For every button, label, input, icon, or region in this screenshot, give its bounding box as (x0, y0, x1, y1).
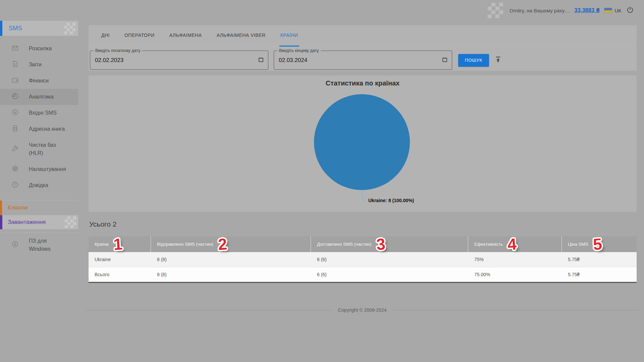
sidebar-item-label: Чистка баз (HLR) (29, 141, 68, 157)
calendar-icon[interactable] (442, 57, 448, 64)
svg-text:?: ? (14, 183, 16, 187)
date-filters: Введіть початкову дату 02.02.2023 Введіт… (89, 51, 637, 70)
footer: Copyright © 2008-2024 (86, 306, 639, 314)
annotation-1: 1 (113, 238, 122, 251)
power-icon (626, 6, 634, 15)
cell-price: 5.75₴ (562, 267, 637, 282)
language-selector[interactable]: UK (614, 8, 622, 13)
pie-leader-line (362, 190, 366, 200)
sidebar-item-finansy[interactable]: Фінанси (0, 73, 78, 89)
cell-country: Всього (89, 267, 151, 282)
column-label: Відправлено SMS (частин) (157, 242, 213, 247)
column-label: Ефективність (474, 242, 503, 247)
cell-efficiency: 75% (468, 252, 562, 267)
sidebar-item-label: Адресна книга (29, 125, 68, 133)
table-row-ukraine: Ukraine 8 (8) 6 (6) 75% 5.75₴ (89, 252, 637, 267)
tab-krainy[interactable]: КРАЇНИ (279, 25, 299, 47)
pie-slice-ukraine[interactable] (314, 94, 410, 190)
sidebar-item-analityka[interactable]: Аналітика (0, 89, 78, 105)
cell-price: 5.75₴ (562, 252, 637, 267)
tab-operatory[interactable]: ОПЕРАТОРИ (123, 25, 156, 47)
cell-country: Ukraine (89, 252, 151, 267)
pixel-decoration (65, 217, 76, 228)
cell-efficiency: 75.00% (468, 267, 562, 282)
column-label: Країна (95, 242, 109, 247)
column-label: Ціна SMS (568, 242, 588, 247)
pixel-decoration (488, 3, 503, 18)
table-row-total: Всього 8 (8) 6 (6) 75.00% 5.75₴ (89, 267, 637, 282)
chart-title: Статистика по країнах (89, 75, 637, 87)
table-header-row: Країна 1 Відправлено SMS (частин) 2 Дост… (89, 236, 637, 252)
sidebar-menu: Розсилка Звіти Фінанси Аналітика (0, 41, 78, 257)
sidebar-item-windows-app[interactable]: ПЗ для Windows (0, 233, 78, 257)
pixel-decoration (64, 23, 75, 34)
balance-link[interactable]: 33,3883 ₴ (575, 7, 600, 13)
sidebar-item-clients[interactable]: Клієнти (0, 200, 78, 215)
calendar-icon[interactable] (258, 57, 264, 64)
tab-alfaimena[interactable]: АЛЬФАІМЕНА (168, 25, 203, 47)
sidebar-item-label: Завантаження (8, 219, 46, 226)
export-button[interactable] (494, 56, 502, 64)
help-icon: ? (11, 181, 19, 190)
user-balance-label: Dmitry, на Вашому раху… (510, 8, 570, 13)
sidebar-item-label: Розсилка (29, 45, 68, 53)
sidebar-item-nalashtuvannia[interactable]: Налаштування (0, 161, 78, 177)
address-book-icon (11, 125, 19, 133)
sidebar-item-vhidni-sms[interactable]: Вхідні SMS (0, 105, 78, 121)
sidebar-brand-sms[interactable]: SMS (0, 21, 78, 36)
analytics-tabs: ДНІ ОПЕРАТОРИ АЛЬФАІМЕНА АЛЬФАІМЕНА VIBE… (89, 25, 637, 47)
pie-chart-icon (11, 93, 19, 101)
sidebar-item-adresna-knyha[interactable]: Адресна книга (0, 121, 78, 137)
sidebar-item-label: Довідка (29, 181, 68, 189)
sidebar-windows-section: ПЗ для Windows (0, 233, 78, 257)
column-header-sent: Відправлено SMS (частин) 2 (151, 236, 311, 252)
search-button[interactable]: ПОШУК (458, 54, 489, 67)
sidebar-item-rozsylka[interactable]: Розсилка (0, 41, 78, 57)
filters-card: ДНІ ОПЕРАТОРИ АЛЬФАІМЕНА АЛЬФАІМЕНА VIBE… (89, 25, 637, 71)
chart-card: Статистика по країнах Ukraine: 8 (100.00… (89, 75, 637, 212)
sidebar-item-label: Фінанси (29, 77, 68, 85)
column-header-country: Країна 1 (89, 236, 151, 252)
sidebar-item-label: Аналітика (29, 93, 68, 101)
brand-label: SMS (9, 25, 22, 32)
sidebar-item-label: Вхідні SMS (29, 109, 68, 117)
start-date-value: 02.02.2023 (95, 57, 123, 64)
annotation-3: 3 (376, 238, 385, 251)
sidebar-item-label: Звіти (29, 61, 68, 69)
annotation-5: 5 (593, 238, 602, 251)
wrench-icon (11, 145, 19, 154)
total-count-label: Усього 2 (89, 220, 116, 228)
pie-slice-label: Ukraine: 8 (100.00%) (368, 198, 414, 203)
end-date-label: Введіть кінцеву дату (277, 48, 321, 53)
top-bar: Dmitry, на Вашому раху… 33,3883 ₴ UK (0, 0, 644, 21)
column-header-delivered: Доставлено SMS (частин) 3 (311, 236, 468, 252)
column-header-efficiency: Ефективність 4 (468, 236, 562, 252)
start-date-input[interactable]: Введіть початкову дату 02.02.2023 (90, 51, 268, 70)
sidebar-item-label: Налаштування (29, 165, 68, 173)
sidebar-item-label: ПЗ для Windows (29, 237, 68, 253)
end-date-value: 02.03.2024 (279, 57, 307, 64)
wallet-icon (11, 76, 19, 85)
tab-dni[interactable]: ДНІ (100, 25, 111, 47)
cell-delivered: 6 (6) (311, 252, 468, 267)
download-icon (11, 241, 19, 249)
start-date-label: Введіть початкову дату (94, 48, 142, 53)
sidebar-item-zvity[interactable]: Звіти (0, 57, 78, 73)
tab-alfaimena-viber[interactable]: АЛЬФАІМЕНА VIBER (216, 25, 267, 47)
cell-sent: 8 (8) (151, 252, 311, 267)
report-icon (11, 60, 19, 69)
upload-icon (494, 56, 502, 64)
column-header-price: Ціна SMS 5 (562, 236, 637, 252)
ukraine-flag-icon (604, 8, 612, 13)
logout-button[interactable] (626, 6, 634, 15)
sidebar-item-downloads[interactable]: Завантаження (0, 215, 78, 229)
sidebar-item-chystka-baz-hlr[interactable]: Чистка баз (HLR) (0, 137, 78, 161)
countries-table: Країна 1 Відправлено SMS (частин) 2 Дост… (89, 236, 637, 283)
sidebar-item-dovidka[interactable]: ? Довідка (0, 177, 78, 193)
cell-delivered: 6 (6) (311, 267, 468, 282)
mail-icon (11, 44, 19, 53)
copyright-text: Copyright © 2008-2024 (338, 307, 387, 313)
sidebar-item-label: Клієнти (8, 204, 28, 211)
annotation-2: 2 (217, 238, 227, 251)
end-date-input[interactable]: Введіть кінцеву дату 02.03.2024 (274, 51, 452, 70)
